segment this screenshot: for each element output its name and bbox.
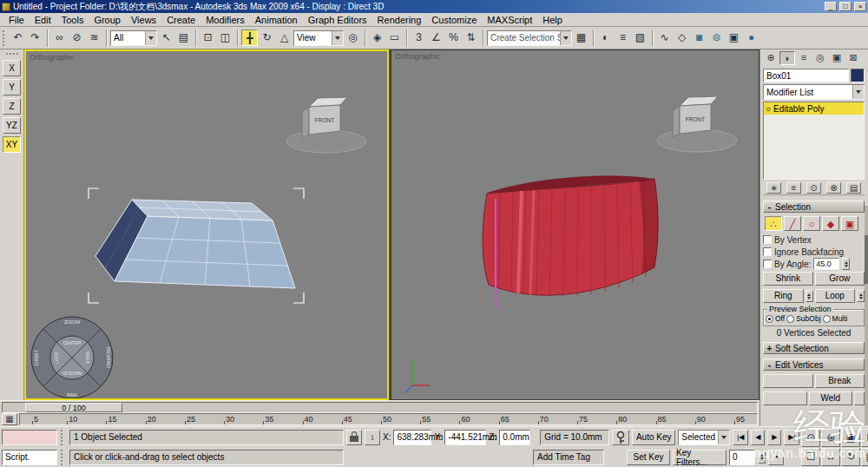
redo-icon[interactable]: ↷ xyxy=(27,30,43,46)
x-coordinate-field[interactable]: 638.283mm xyxy=(393,430,431,445)
toolbar-grip[interactable] xyxy=(3,30,6,46)
viewcube-front-label[interactable]: FRONT xyxy=(686,116,705,122)
vertex-subobject-button[interactable]: ∴ xyxy=(765,216,782,231)
wheel-center-label[interactable]: CENTER xyxy=(63,340,82,345)
command-panel-scrollbar[interactable] xyxy=(865,206,868,425)
select-and-scale-icon[interactable]: △ xyxy=(276,30,293,46)
loop-button[interactable]: Loop xyxy=(815,289,856,303)
time-slider-handle[interactable]: 0 / 100 xyxy=(25,403,122,412)
element-subobject-button[interactable]: ▣ xyxy=(841,216,858,231)
schematic-view-icon[interactable]: ◇ xyxy=(674,30,690,46)
wheel-rewind-label[interactable]: REWIND xyxy=(106,347,111,369)
menu-modifiers[interactable]: Modifiers xyxy=(201,14,250,26)
menu-file[interactable]: File xyxy=(3,14,30,26)
angle-snap-icon[interactable]: ∠ xyxy=(428,30,444,46)
use-pivot-point-center-icon[interactable]: ◎ xyxy=(345,30,361,46)
mini-curve-editor-button[interactable]: ▦ xyxy=(2,413,17,425)
edit-vertices-left-button[interactable] xyxy=(763,374,813,388)
rollout-selection[interactable]: - Selection xyxy=(763,201,865,213)
ignore-backfacing-checkbox[interactable] xyxy=(763,247,772,256)
close-button[interactable]: × xyxy=(854,2,866,11)
statusbar-grip[interactable] xyxy=(61,430,64,445)
box-mesh[interactable] xyxy=(89,188,304,303)
reference-coordinate-dropdown[interactable]: View xyxy=(293,30,344,46)
zoom-extents-icon[interactable]: ▣ xyxy=(841,429,860,447)
modifier-list-dropdown[interactable]: Modifier List xyxy=(763,84,865,100)
tab-display[interactable]: ▣ xyxy=(829,51,845,65)
undo-icon[interactable]: ↶ xyxy=(10,30,26,46)
object-color-swatch[interactable] xyxy=(851,69,865,82)
restrict-xy-button[interactable]: XY xyxy=(3,136,21,153)
restrict-z-button[interactable]: Z xyxy=(3,98,21,115)
menu-help[interactable]: Help xyxy=(537,14,568,26)
viewcube[interactable]: FRONT xyxy=(286,97,366,153)
menu-group[interactable]: Group xyxy=(89,14,126,26)
play-animation-button[interactable]: ▶ xyxy=(767,430,781,445)
window-crossing-toggle-icon[interactable]: ◫ xyxy=(217,30,233,46)
wheel-updown-label[interactable]: UP/DOWN xyxy=(62,372,82,376)
object-name-field[interactable]: Box01 xyxy=(763,69,849,82)
tab-utilities[interactable]: ⊠ xyxy=(845,51,861,65)
tab-modify[interactable]: ◗ xyxy=(779,51,795,65)
viewport-right[interactable]: Orthographic xyxy=(391,49,760,400)
key-selection-dropdown[interactable]: Selected xyxy=(678,430,730,445)
by-angle-field[interactable]: 45.0 xyxy=(813,258,839,270)
macro-recorder-field[interactable] xyxy=(2,430,57,445)
restrict-x-button[interactable]: X xyxy=(3,60,21,76)
orbit-icon[interactable]: ↻ xyxy=(841,448,860,466)
minimize-button[interactable]: _ xyxy=(825,2,837,11)
edge-subobject-button[interactable]: ╱ xyxy=(784,216,801,231)
named-selection-set-combo[interactable]: Create Selection Set xyxy=(487,30,572,46)
time-slider-track[interactable]: 0 / 100 xyxy=(2,402,758,413)
lightbulb-icon[interactable]: ○ xyxy=(766,104,771,114)
menu-animation[interactable]: Animation xyxy=(250,14,303,26)
percent-snap-icon[interactable]: % xyxy=(445,30,462,46)
select-object-icon[interactable]: ↖ xyxy=(158,30,174,46)
align-icon[interactable]: ≡ xyxy=(615,30,631,46)
by-angle-checkbox[interactable] xyxy=(763,260,772,268)
previous-frame-button[interactable]: ◀ xyxy=(751,430,765,445)
wheel-pan-label[interactable]: PAN xyxy=(67,392,77,398)
edit-vertices-left-button[interactable] xyxy=(763,391,807,405)
border-subobject-button[interactable]: ○ xyxy=(803,216,820,231)
time-configuration-button[interactable]: ◔ xyxy=(768,450,784,465)
go-to-end-button[interactable]: ▶| xyxy=(784,430,799,445)
snaps-toggle-icon[interactable]: 3 xyxy=(411,30,427,46)
restrict-yz-button[interactable]: YZ xyxy=(3,117,21,134)
absolute-mode-toggle[interactable]: ↕ xyxy=(365,430,380,445)
wheel-look-label[interactable]: LOOK xyxy=(54,351,59,364)
by-vertex-checkbox[interactable] xyxy=(763,235,772,244)
statusbar-grip[interactable] xyxy=(61,450,64,465)
break-button[interactable]: Break xyxy=(815,374,865,388)
remove-modifier-icon[interactable]: ⊗ xyxy=(826,182,841,194)
ring-button[interactable]: Ring xyxy=(763,289,804,303)
bind-to-space-warp-icon[interactable]: ≋ xyxy=(86,30,102,46)
menu-graph-editors[interactable]: Graph Editors xyxy=(303,14,372,26)
select-and-move-icon[interactable]: ╋ xyxy=(241,30,258,46)
rollout-soft-selection[interactable]: + Soft Selection xyxy=(763,342,865,354)
weld-button[interactable]: Weld xyxy=(809,391,853,405)
curve-editor-icon[interactable]: ∿ xyxy=(656,30,673,46)
make-unique-icon[interactable]: ⊙ xyxy=(806,182,821,194)
menu-customize[interactable]: Customize xyxy=(426,14,482,26)
wheel-orbit-label[interactable]: ORBIT xyxy=(34,350,39,366)
y-coordinate-field[interactable]: -441.521mm xyxy=(444,430,486,445)
preview-off-radio[interactable] xyxy=(766,315,773,323)
zoom-extents-all-icon[interactable]: ⊞ xyxy=(861,429,868,447)
z-coordinate-field[interactable]: 0.0mm xyxy=(499,430,530,445)
show-end-result-icon[interactable]: ≡ xyxy=(786,182,801,194)
current-frame-field[interactable]: 0 xyxy=(729,450,755,465)
auto-key-button[interactable]: Auto Key xyxy=(632,430,675,445)
render-setup-icon[interactable]: ⊚ xyxy=(708,30,725,46)
tab-hierarchy[interactable]: ≡ xyxy=(796,51,812,65)
selection-filter-dropdown[interactable]: All xyxy=(110,30,157,46)
zoom-region-icon[interactable]: ☐ xyxy=(801,448,820,466)
layer-manager-icon[interactable]: ▧ xyxy=(632,30,648,46)
polygon-subobject-button[interactable]: ◆ xyxy=(822,216,839,231)
modifier-stack[interactable]: ○ Editable Poly xyxy=(763,102,865,180)
select-by-name-icon[interactable]: ▤ xyxy=(175,30,192,46)
tab-create[interactable]: ⊕ xyxy=(763,51,779,65)
menu-views[interactable]: Views xyxy=(126,14,161,26)
key-filters-button[interactable]: Key Filters... xyxy=(673,450,727,465)
loop-spinner[interactable] xyxy=(857,290,865,302)
